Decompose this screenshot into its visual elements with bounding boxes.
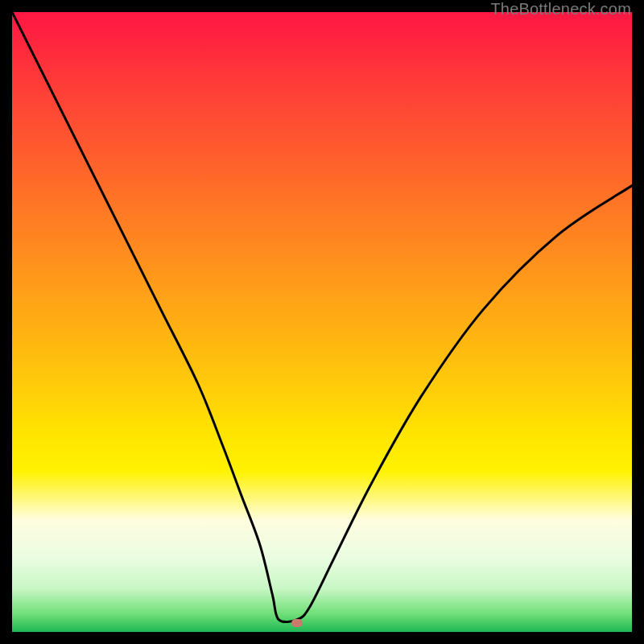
bottleneck-curve <box>12 12 632 632</box>
optimal-point-marker <box>291 619 303 627</box>
curve-path <box>12 12 632 622</box>
watermark-text: TheBottleneck.com <box>490 0 631 19</box>
